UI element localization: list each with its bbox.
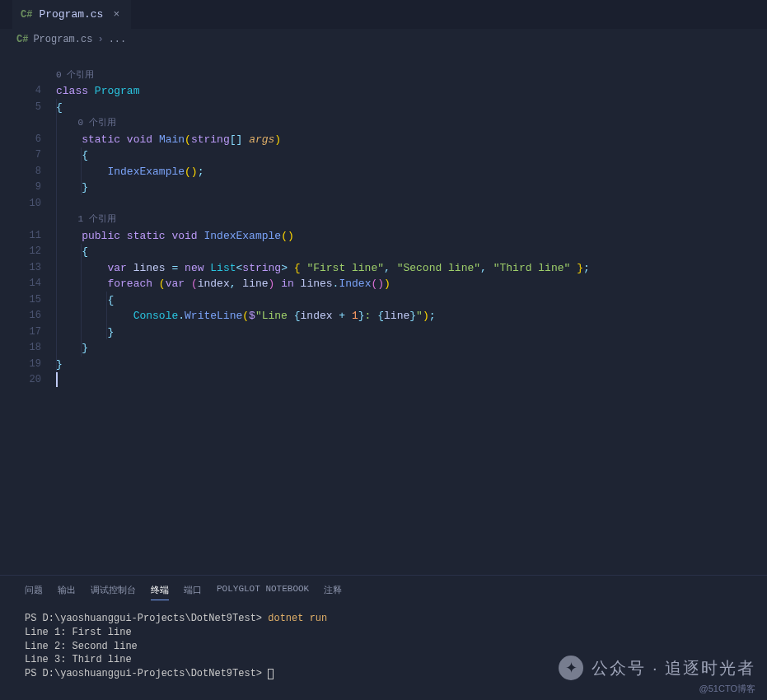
tab-output[interactable]: 输出 (58, 584, 76, 600)
gutter-line: 14 (0, 276, 56, 292)
gutter-line (0, 115, 56, 132)
terminal-tabs: 问题 输出 调试控制台 终端 端口 POLYGLOT NOTEBOOK 注释 (0, 576, 767, 605)
code-line: { (56, 244, 767, 260)
gutter-line: 6 (0, 132, 56, 148)
code-line: foreach (var (index, line) in lines.Inde… (56, 276, 767, 292)
terminal-line: Line 2: Second line (25, 640, 742, 654)
csharp-icon: C# (16, 34, 28, 45)
terminal-line: Line 1: First line (25, 626, 742, 640)
gutter-line: 8 (0, 164, 56, 180)
codelens[interactable]: 1 个引用 (56, 212, 767, 228)
gutter-line: 15 (0, 292, 56, 309)
gutter-line: 5 (0, 100, 56, 116)
gutter-line: 7 (0, 147, 56, 164)
code-line: { (56, 147, 767, 164)
code-line: } (56, 340, 767, 357)
terminal-panel: 问题 输出 调试控制台 终端 端口 POLYGLOT NOTEBOOK 注释 P… (0, 575, 767, 700)
cursor-icon (56, 372, 58, 387)
close-icon[interactable]: × (110, 8, 123, 21)
code-line (56, 51, 767, 68)
tab-terminal[interactable]: 终端 (151, 584, 169, 600)
watermark-sub: @51CTO博客 (699, 683, 755, 695)
gutter-line: 11 (0, 228, 56, 245)
gutter-line (0, 68, 56, 84)
gutter-line: 9 (0, 180, 56, 196)
gutter-line: 18 (0, 340, 56, 357)
tab-comments[interactable]: 注释 (324, 584, 342, 600)
code-content[interactable]: 0 个引用 class Program { 0 个引用 static void … (56, 49, 767, 575)
code-line: IndexExample(); (56, 164, 767, 180)
code-line: } (56, 324, 767, 341)
tab-ports[interactable]: 端口 (184, 584, 202, 600)
code-line: public static void IndexExample() (56, 228, 767, 245)
line-gutter: 4 5 6 7 8 9 10 11 12 13 14 15 16 17 18 1… (0, 49, 56, 575)
editor-tab[interactable]: C# Program.cs × (12, 0, 131, 29)
breadcrumb[interactable]: C# Program.cs › ... (0, 29, 767, 49)
gutter-line: 13 (0, 260, 56, 277)
tab-problems[interactable]: 问题 (25, 584, 43, 600)
indent-guide (106, 292, 107, 339)
breadcrumb-separator-icon: › (97, 34, 103, 45)
watermark-text: 公众号 · 追逐时光者 (592, 657, 755, 679)
breadcrumb-rest[interactable]: ... (109, 34, 127, 45)
tab-filename: Program.cs (39, 8, 103, 21)
csharp-icon: C# (21, 9, 32, 21)
code-line: { (56, 292, 767, 309)
gutter-line: 16 (0, 308, 56, 324)
terminal-cursor-icon (268, 669, 274, 679)
gutter-line: 12 (0, 244, 56, 260)
breadcrumb-file[interactable]: Program.cs (33, 34, 92, 45)
code-line: class Program (56, 83, 767, 100)
code-line: static void Main(string[] args) (56, 132, 767, 148)
tab-bar: C# Program.cs × (0, 0, 767, 29)
gutter-line: 17 (0, 324, 56, 341)
indent-guide (81, 147, 82, 195)
tab-debug-console[interactable]: 调试控制台 (91, 584, 136, 600)
code-editor[interactable]: 4 5 6 7 8 9 10 11 12 13 14 15 16 17 18 1… (0, 49, 767, 575)
gutter-line: 20 (0, 372, 56, 389)
terminal-line: PS D:\yaoshuanggui-Projects\DotNet9Test>… (25, 612, 742, 626)
gutter-line (0, 51, 56, 68)
gutter-line (0, 212, 56, 228)
codelens[interactable]: 0 个引用 (56, 115, 767, 132)
code-line: var lines = new List<string> { "First li… (56, 260, 767, 277)
code-line (56, 196, 767, 212)
codelens[interactable]: 0 个引用 (56, 68, 767, 84)
code-line: } (56, 180, 767, 196)
code-line: { (56, 100, 767, 116)
indent-guide (56, 99, 57, 372)
watermark: ✦ 公众号 · 追逐时光者 (559, 656, 755, 680)
gutter-line: 10 (0, 196, 56, 212)
code-line: } (56, 357, 767, 373)
tab-polyglot[interactable]: POLYGLOT NOTEBOOK (217, 584, 309, 600)
gutter-line: 19 (0, 357, 56, 373)
indent-guide (81, 244, 82, 357)
gutter-line: 4 (0, 83, 56, 100)
code-line: Console.WriteLine($"Line {index + 1}: {l… (56, 308, 767, 324)
wechat-icon: ✦ (559, 656, 583, 680)
